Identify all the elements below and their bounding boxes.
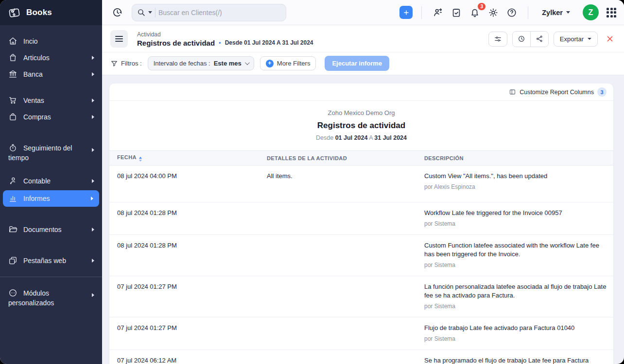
chevron-right-icon xyxy=(92,115,94,119)
chevron-right-icon xyxy=(92,228,94,232)
table-row: 07 jul 2024 01:27 PM Flujo de trabajo La… xyxy=(109,317,613,350)
bar-chart-icon xyxy=(8,194,17,203)
logo[interactable]: Books xyxy=(0,0,102,25)
sidebar-item-ventas[interactable]: Ventas xyxy=(0,92,102,109)
columns-icon xyxy=(509,88,516,96)
cell-fecha: 08 jul 2024 01:28 PM xyxy=(109,235,259,276)
quick-create-button[interactable] xyxy=(399,6,413,19)
sidebar-item-seguimiento-del-tiempo[interactable]: Seguimiento del tiempo xyxy=(0,140,102,166)
cell-fecha: 08 jul 2024 04:00 PM xyxy=(109,165,259,202)
description-text: Custom Function latefee associated with … xyxy=(424,241,607,259)
actor-text: por Alexis Espinoza xyxy=(424,182,607,191)
chevron-right-icon xyxy=(92,72,94,76)
notifications[interactable]: 3 xyxy=(468,5,482,20)
sidebar-item-label: Articulos xyxy=(23,54,50,62)
announcements-icon[interactable] xyxy=(449,5,464,20)
chevron-right-icon xyxy=(92,99,94,102)
export-button[interactable]: Exportar xyxy=(554,32,598,47)
report-settings-button[interactable] xyxy=(488,32,507,47)
org-switcher[interactable]: Zylker xyxy=(539,7,573,18)
history-icon xyxy=(518,35,525,43)
sidebar-item-banca[interactable]: Banca xyxy=(0,66,102,83)
date-filter-label: Intervalo de fechas : xyxy=(154,60,210,67)
sidebar: Books Incio Articulos Banca Ventas Compr… xyxy=(0,0,102,364)
chevron-right-icon xyxy=(92,293,94,297)
cell-detalles xyxy=(259,276,416,317)
actor-text: por Sistema xyxy=(424,261,607,269)
recent-history-button[interactable] xyxy=(110,5,125,20)
cell-descripcion: Custom View "All items.", has been updat… xyxy=(416,165,613,202)
notification-badge: 3 xyxy=(478,3,485,10)
ellipsis-circle-icon xyxy=(8,288,17,298)
cell-detalles xyxy=(259,235,416,276)
range-prefix: Desde xyxy=(316,134,333,141)
column-label: Fecha xyxy=(117,154,137,160)
sidebar-item-label: Seguimiento del tiempo xyxy=(8,144,72,162)
search-divider xyxy=(155,8,156,17)
topbar-separator xyxy=(528,6,528,19)
table-row: 07 jul 2024 06:12 AM Se ha programado el… xyxy=(109,350,613,364)
user-avatar[interactable]: Z xyxy=(583,4,599,20)
title-separator-dot: • xyxy=(219,39,221,47)
cell-detalles xyxy=(259,317,416,350)
range-from: 01 Jul 2024 xyxy=(335,134,368,141)
cell-fecha: 07 jul 2024 01:27 PM xyxy=(109,317,259,350)
sidebar-divider xyxy=(0,277,102,277)
column-label: Detalles de la actividad xyxy=(267,155,347,161)
sidebar-item-modulos-personalizados[interactable]: Módulos personalizados xyxy=(0,285,102,311)
sidebar-item-informes[interactable]: Informes xyxy=(3,190,99,207)
referral-icon[interactable] xyxy=(431,5,445,20)
chevron-down-icon xyxy=(245,60,250,65)
chevron-right-icon xyxy=(92,179,94,183)
collapse-sidebar-button[interactable] xyxy=(110,30,128,48)
filter-funnel-icon xyxy=(110,60,118,67)
export-label: Exportar xyxy=(560,35,584,43)
sidebar-item-articulos[interactable]: Articulos xyxy=(0,50,102,66)
sidebar-item-label: Pestañas web xyxy=(23,257,66,265)
cell-detalles: All items. xyxy=(259,165,416,202)
more-filters-button[interactable]: + More Filters xyxy=(260,56,316,70)
plus-circle-icon: + xyxy=(266,60,274,67)
range-mid: A xyxy=(369,134,373,141)
date-range-filter[interactable]: Intervalo de fechas : Este mes xyxy=(148,56,254,70)
report-date-range: Desde 01 Jul 2024 A 31 Jul 2024 xyxy=(225,39,313,46)
search-input[interactable] xyxy=(158,9,281,17)
sort-icon[interactable] xyxy=(139,157,142,162)
column-header-fecha[interactable]: Fecha xyxy=(109,151,259,165)
run-report-button[interactable]: Ejecutar informe xyxy=(325,56,389,71)
help-icon[interactable] xyxy=(504,5,519,20)
stopwatch-icon xyxy=(8,143,17,152)
report-name: Registros de actividad xyxy=(109,121,613,131)
sidebar-item-label: Compras xyxy=(23,113,51,121)
table-row: 08 jul 2024 01:28 PM Workflow Late fee t… xyxy=(109,202,613,235)
report-history-button[interactable] xyxy=(513,32,530,47)
sidebar-item-contable[interactable]: Contable xyxy=(0,173,102,189)
org-title: Zoho Mexico Demo Org xyxy=(109,109,613,116)
settings-gear-icon[interactable] xyxy=(486,5,501,20)
sidebar-item-documentos[interactable]: Documentos xyxy=(0,221,102,238)
sidebar-item-inicio[interactable]: Incio xyxy=(0,33,102,50)
browser-tabs-icon xyxy=(8,256,17,265)
actor-text: por Sistema xyxy=(424,334,607,343)
close-report-button[interactable] xyxy=(606,34,614,43)
breadcrumb: Actividad xyxy=(137,31,313,38)
report-title-center: Zoho Mexico Demo Org Registros de activi… xyxy=(109,101,613,150)
actor-text: por Sistema xyxy=(424,219,607,228)
shopping-bag-icon xyxy=(8,53,17,62)
description-text: Custom View "All items.", has been updat… xyxy=(424,172,607,181)
chevron-down-icon xyxy=(566,11,570,14)
filters-label: Filtros : xyxy=(121,60,142,67)
sidebar-nav: Incio Articulos Banca Ventas Compras Seg… xyxy=(0,25,102,311)
filter-bar: Filtros : Intervalo de fechas : Este mes… xyxy=(102,52,624,75)
customize-report-columns[interactable]: Customize Report Columns 3 xyxy=(109,83,613,101)
date-filter-value: Este mes xyxy=(214,60,242,67)
person-icon xyxy=(8,176,17,185)
chevron-right-icon xyxy=(92,56,94,60)
customize-label: Customize Report Columns xyxy=(520,89,594,96)
report-share-button[interactable] xyxy=(530,32,548,47)
sidebar-item-label: Contable xyxy=(23,177,51,185)
search-scope-caret-icon[interactable] xyxy=(148,11,152,14)
apps-grid-icon[interactable] xyxy=(607,8,616,17)
sidebar-item-compras[interactable]: Compras xyxy=(0,109,102,125)
sidebar-item-pestanas-web[interactable]: Pestañas web xyxy=(0,252,102,269)
